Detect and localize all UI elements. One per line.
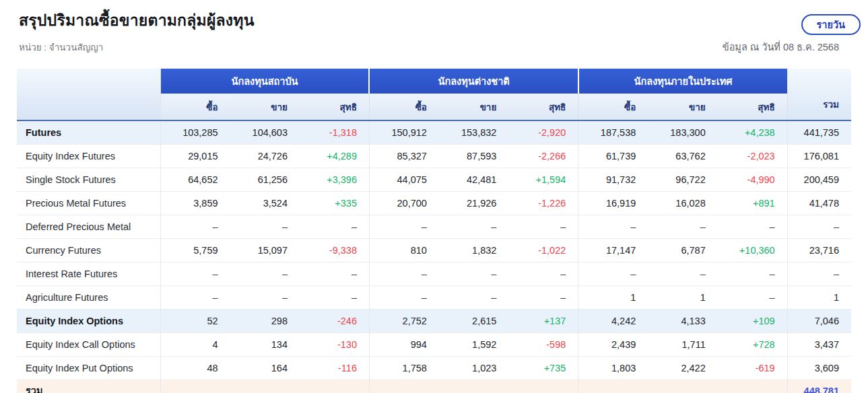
cell-net: +4,289 xyxy=(300,144,369,168)
cell-net: – xyxy=(300,262,369,285)
cell-row-total: 441,735 xyxy=(787,120,851,144)
cell-net: +10,360 xyxy=(718,238,787,262)
subheader-net: สุทธิ xyxy=(718,94,787,120)
cell-net: +3,396 xyxy=(300,168,369,191)
subheader-buy: ซื้อ xyxy=(160,94,230,120)
cell-sell: 1,711 xyxy=(648,332,717,356)
cell-buy: 150,912 xyxy=(369,120,438,144)
cell-net: – xyxy=(508,285,578,309)
table-row: Agriculture Futures––––––11–1 xyxy=(17,285,851,309)
subheader-sell: ขาย xyxy=(230,94,300,120)
cell-buy: – xyxy=(160,262,230,285)
page-title: สรุปปริมาณซื้อขายตามกลุ่มผู้ลงทุน xyxy=(19,8,851,32)
cell-net: -619 xyxy=(718,356,787,380)
cell-net: -130 xyxy=(300,332,369,356)
group-header-domestic: นักลงทุนภายในประเทศ xyxy=(578,69,787,94)
cell-sell: – xyxy=(230,215,300,238)
table-row: Equity Index Call Options4134-1309941,59… xyxy=(17,332,851,356)
as-of-date-label: ข้อมูล ณ วันที่ 08 ธ.ค. 2568 xyxy=(723,39,851,55)
cell-buy: – xyxy=(369,262,438,285)
unit-label: หน่วย : จำนวนสัญญา xyxy=(19,40,103,55)
cell-net: +335 xyxy=(300,191,369,215)
row-label: Equity Index Options xyxy=(17,309,160,332)
cell-sell: – xyxy=(439,215,508,238)
cell-net: – xyxy=(508,262,578,285)
table-row: Equity Index Put Options48164-1161,7581,… xyxy=(17,356,851,380)
total-row-label: รวม xyxy=(17,380,160,393)
cell-sell: 2,615 xyxy=(439,309,508,332)
cell-buy: – xyxy=(160,215,230,238)
cell-net: +4,238 xyxy=(718,120,787,144)
cell-sell: 87,593 xyxy=(439,144,508,168)
group-header-foreign: นักลงทุนต่างชาติ xyxy=(369,69,578,94)
cell-buy: 4,242 xyxy=(578,309,648,332)
row-label: Equity Index Put Options xyxy=(17,356,160,380)
row-label: Equity Index Futures xyxy=(17,144,160,168)
cell-sell: 96,722 xyxy=(648,168,717,191)
group-header-institutional: นักลงทุนสถาบัน xyxy=(160,69,369,94)
cell-net: +891 xyxy=(718,191,787,215)
cell-sell: 1,023 xyxy=(439,356,508,380)
cell-net: -2,023 xyxy=(718,144,787,168)
cell-sell: – xyxy=(439,262,508,285)
cell-buy: – xyxy=(160,285,230,309)
table-header: นักลงทุนสถาบัน นักลงทุนต่างชาติ นักลงทุน… xyxy=(17,69,851,120)
cell-net: +1,594 xyxy=(508,168,578,191)
cell-sell: 3,524 xyxy=(230,191,300,215)
cell-buy: 187,538 xyxy=(578,120,648,144)
subheader-buy: ซื้อ xyxy=(578,94,648,120)
cell-net: +109 xyxy=(718,309,787,332)
row-label: Single Stock Futures xyxy=(17,168,160,191)
cell-buy: 48 xyxy=(160,356,230,380)
row-label: Equity Index Call Options xyxy=(17,332,160,356)
row-label: Precious Metal Futures xyxy=(17,191,160,215)
table-row: Precious Metal Futures3,8593,524+33520,7… xyxy=(17,191,851,215)
cell-buy: 29,015 xyxy=(160,144,230,168)
cell-net: -9,338 xyxy=(300,238,369,262)
period-daily-button[interactable]: รายวัน xyxy=(801,14,861,35)
cell-net: – xyxy=(718,262,787,285)
table-row: Single Stock Futures64,65261,256+3,39644… xyxy=(17,168,851,191)
cell-sell: 1,592 xyxy=(439,332,508,356)
grand-total-value: 448,781 xyxy=(787,380,851,393)
cell-net: -246 xyxy=(300,309,369,332)
cell-buy: 4 xyxy=(160,332,230,356)
cell-row-total: – xyxy=(787,215,851,238)
cell-sell: – xyxy=(439,285,508,309)
cell-sell: 2,422 xyxy=(648,356,717,380)
row-label: Agriculture Futures xyxy=(17,285,160,309)
cell-buy: – xyxy=(369,215,438,238)
cell-net: – xyxy=(718,215,787,238)
cell-row-total: 23,716 xyxy=(787,238,851,262)
table-row: Deferred Precious Metal–––––––––– xyxy=(17,215,851,238)
subheader-buy: ซื้อ xyxy=(369,94,438,120)
cell-sell: – xyxy=(230,285,300,309)
cell-sell: 42,481 xyxy=(439,168,508,191)
cell-buy: 1,758 xyxy=(369,356,438,380)
cell-net: -116 xyxy=(300,356,369,380)
cell-net: +728 xyxy=(718,332,787,356)
row-label: Futures xyxy=(17,120,160,144)
cell-buy: 1 xyxy=(578,285,648,309)
cell-row-total: 3,437 xyxy=(787,332,851,356)
cell-net: -1,226 xyxy=(508,191,578,215)
table-row: Equity Index Futures29,01524,726+4,28985… xyxy=(17,144,851,168)
row-label: Currency Futures xyxy=(17,238,160,262)
cell-sell: 63,762 xyxy=(648,144,717,168)
cell-net: -2,920 xyxy=(508,120,578,144)
cell-row-total: 1 xyxy=(787,285,851,309)
cell-row-total: – xyxy=(787,262,851,285)
total-row: รวม 448,781 xyxy=(17,380,851,393)
subheader-net: สุทธิ xyxy=(300,94,369,120)
cell-sell: 298 xyxy=(230,309,300,332)
cell-net: – xyxy=(508,215,578,238)
cell-sell: 134 xyxy=(230,332,300,356)
cell-buy: 2,752 xyxy=(369,309,438,332)
cell-sell: 21,926 xyxy=(439,191,508,215)
cell-sell: 6,787 xyxy=(648,238,717,262)
cell-buy: 61,739 xyxy=(578,144,648,168)
cell-row-total: 176,081 xyxy=(787,144,851,168)
cell-sell: – xyxy=(230,262,300,285)
cell-buy: 810 xyxy=(369,238,438,262)
cell-buy: 16,919 xyxy=(578,191,648,215)
